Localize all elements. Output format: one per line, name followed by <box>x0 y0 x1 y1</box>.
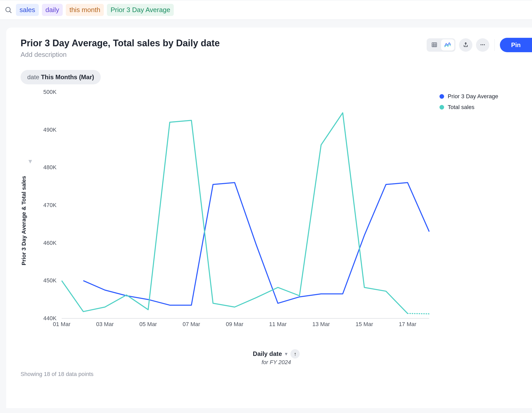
legend-dot-icon <box>439 94 444 99</box>
description-input[interactable]: Add description <box>21 51 220 59</box>
legend-label: Total sales <box>448 104 474 111</box>
x-tick-label: 05 Mar <box>139 321 157 328</box>
x-tick-label: 01 Mar <box>53 321 70 328</box>
y-axis-ticks: 440K450K460K470K480K490K500K <box>28 92 57 318</box>
search-tokens[interactable]: salesdailythis monthPrior 3 Day Average <box>16 4 174 16</box>
filter-value: This Months (Mar) <box>41 74 94 80</box>
header-actions: Pin <box>427 38 532 52</box>
arrow-up-icon: ↑ <box>294 351 296 357</box>
sort-asc-button[interactable]: ↑ <box>290 349 300 358</box>
svg-point-8 <box>482 44 483 45</box>
x-tick-label: 13 Mar <box>312 321 330 328</box>
x-tick-label: 09 Mar <box>226 321 243 328</box>
pin-button[interactable]: Pin <box>500 38 532 52</box>
divider <box>494 39 495 51</box>
x-axis-subtitle: for FY 2024 <box>21 359 532 366</box>
table-icon <box>431 42 437 49</box>
svg-point-7 <box>480 44 481 45</box>
more-horizontal-icon <box>480 42 485 48</box>
y-tick-label: 450K <box>43 277 57 284</box>
filter-field: date <box>27 74 39 80</box>
y-tick-label: 460K <box>43 240 57 246</box>
viz-card: Prior 3 Day Average, Total sales by Dail… <box>6 28 532 408</box>
svg-line-1 <box>10 11 12 13</box>
x-tick-label: 15 Mar <box>355 321 373 328</box>
svg-point-0 <box>6 7 10 12</box>
legend-item-total-sales[interactable]: Total sales <box>439 104 524 111</box>
y-axis-title: Prior 3 Day Average & Total sales <box>21 176 27 265</box>
data-points-note: Showing 18 of 18 data points <box>21 371 532 378</box>
search-token[interactable]: daily <box>42 4 63 16</box>
x-tick-label: 11 Mar <box>269 321 287 328</box>
x-tick-label: 07 Mar <box>182 321 200 328</box>
chart-legend: Prior 3 Day Average Total sales <box>439 92 524 115</box>
chart-area: ▶ Prior 3 Day Average & Total sales 440K… <box>21 92 532 349</box>
x-axis-title-row: Daily date ▾ ↑ <box>21 349 532 358</box>
more-actions-button[interactable] <box>476 38 489 52</box>
search-bar: salesdailythis monthPrior 3 Day Average <box>0 0 532 20</box>
search-icon[interactable] <box>5 6 12 14</box>
table-view-button[interactable] <box>428 39 441 51</box>
x-tick-label: 17 Mar <box>399 321 416 328</box>
svg-rect-2 <box>432 43 437 47</box>
view-mode-toggle <box>427 38 455 52</box>
chart-plot[interactable] <box>62 92 429 318</box>
y-tick-label: 490K <box>43 127 57 133</box>
svg-line-11 <box>408 313 429 314</box>
x-axis-title[interactable]: Daily date <box>253 350 282 357</box>
y-tick-label: 470K <box>43 202 57 209</box>
legend-label: Prior 3 Day Average <box>448 93 498 100</box>
chart-view-button[interactable] <box>441 39 454 51</box>
share-button[interactable] <box>459 38 472 52</box>
search-token[interactable]: Prior 3 Day Average <box>107 4 174 16</box>
x-axis-ticks: 01 Mar03 Mar05 Mar07 Mar09 Mar11 Mar13 M… <box>62 321 429 331</box>
search-token[interactable]: this month <box>66 4 104 16</box>
legend-item-prior3day[interactable]: Prior 3 Day Average <box>439 93 524 100</box>
line-chart-icon <box>444 42 451 48</box>
x-tick-label: 03 Mar <box>96 321 114 328</box>
share-icon <box>463 42 469 48</box>
y-tick-label: 480K <box>43 164 57 171</box>
legend-dot-icon <box>439 105 444 110</box>
y-tick-label: 500K <box>43 89 57 95</box>
search-token[interactable]: sales <box>16 4 39 16</box>
chevron-down-icon[interactable]: ▾ <box>285 351 287 357</box>
svg-point-9 <box>484 44 485 45</box>
chart-title: Prior 3 Day Average, Total sales by Dail… <box>21 38 220 49</box>
date-filter-chip[interactable]: date This Months (Mar) <box>21 70 101 84</box>
